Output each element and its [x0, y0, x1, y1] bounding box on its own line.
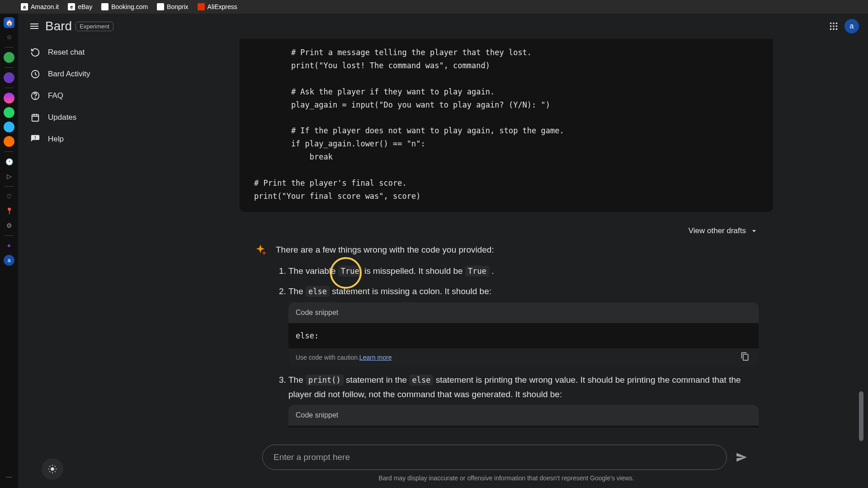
svg-point-3 [830, 25, 832, 27]
view-drafts-button[interactable]: View other drafts [689, 226, 759, 235]
feedback-icon [30, 134, 41, 145]
profile-avatar[interactable]: a [843, 17, 861, 35]
main-content: # Print a message telling the player tha… [145, 39, 868, 488]
menu-button[interactable] [25, 17, 43, 35]
dock-clock-icon[interactable]: 🕐 [4, 156, 14, 167]
dock-sparkle-icon[interactable]: ✦ [4, 240, 14, 251]
svg-point-7 [833, 28, 835, 30]
inline-code: else [409, 375, 433, 385]
bookmark-aliexpress[interactable]: AliExpress [198, 3, 237, 10]
calendar-icon [30, 112, 41, 123]
learn-more-link[interactable]: Learn more [359, 352, 392, 363]
dock-messenger-icon[interactable] [4, 93, 14, 103]
inline-code: True [465, 266, 489, 277]
sidebar-label: Reset chat [48, 48, 85, 57]
google-apps-button[interactable] [825, 17, 843, 35]
bard-spark-icon [254, 244, 267, 256]
reset-icon [30, 47, 41, 58]
send-button[interactable] [732, 448, 750, 466]
svg-point-4 [833, 25, 835, 27]
sidebar-label: FAQ [48, 91, 63, 100]
svg-point-5 [836, 25, 838, 27]
sidebar-help[interactable]: Help [24, 129, 139, 149]
help-icon [30, 90, 41, 101]
dock-settings-icon[interactable]: ⚙ [4, 220, 14, 231]
sidebar-label: Help [48, 135, 64, 144]
dock-pin-icon[interactable]: 📍 [4, 206, 14, 216]
inline-code: True [338, 266, 362, 277]
dock-more-icon[interactable]: ⋯ [4, 472, 14, 483]
snippet-header: Code snippet [288, 405, 759, 426]
app-logo[interactable]: Bard [45, 19, 72, 33]
list-item: The else statement is missing a colon. I… [288, 284, 759, 366]
svg-rect-12 [32, 115, 39, 122]
bookmark-amazon[interactable]: aAmazon.it [21, 3, 59, 10]
response-block: View other drafts There are a few things… [240, 223, 773, 427]
response-intro: There are a few things wrong with the co… [276, 243, 759, 257]
dock-heart-icon[interactable]: ♡ [4, 191, 14, 202]
snippet-code: else: [288, 323, 759, 348]
dock-app3-icon[interactable] [4, 136, 14, 147]
code-snippet: Code snippet print("You did not follow t… [288, 405, 759, 427]
svg-point-1 [833, 23, 835, 24]
list-item: The print() statement in the else statem… [288, 373, 759, 427]
sidebar-label: Bard Activity [48, 70, 90, 79]
history-icon [30, 69, 41, 80]
svg-point-11 [35, 98, 36, 98]
inline-code: else [306, 286, 330, 297]
code-snippet: Code snippet else: Use code with caution… [288, 302, 759, 366]
dock-whatsapp-icon[interactable] [4, 107, 14, 118]
sidebar: Reset chat Bard Activity FAQ Updates Hel… [18, 39, 145, 488]
scrollbar-thumb[interactable] [859, 391, 863, 441]
user-code-block: # Print a message telling the player tha… [240, 39, 773, 212]
send-icon [736, 451, 747, 463]
sidebar-updates[interactable]: Updates [24, 108, 139, 127]
snippet-footer: Use code with caution. Learn more [288, 348, 759, 366]
input-area: Bard may display inaccurate or offensive… [262, 445, 750, 482]
svg-point-13 [51, 467, 54, 470]
experiment-badge: Experiment [75, 22, 113, 31]
svg-point-2 [836, 23, 838, 24]
inline-code: print() [306, 375, 344, 385]
dock-telegram-icon[interactable] [4, 122, 14, 132]
dock-app1-icon[interactable] [4, 52, 14, 63]
sidebar-faq[interactable]: FAQ [24, 86, 139, 106]
dock-avatar-icon[interactable]: a [4, 255, 14, 266]
apps-grid-icon [829, 21, 839, 31]
theme-toggle[interactable] [42, 458, 63, 480]
svg-point-6 [830, 28, 832, 30]
chevron-down-icon [750, 226, 759, 235]
dock-send-icon[interactable]: ▷ [4, 171, 14, 182]
bookmark-bonprix[interactable]: Bonprix [157, 3, 188, 10]
prompt-input-container[interactable] [262, 445, 727, 470]
list-item: The variable True is misspelled. It shou… [288, 264, 759, 278]
sun-icon [47, 464, 57, 474]
svg-point-8 [836, 28, 838, 30]
dock-star-icon[interactable]: ☆ [4, 32, 14, 42]
app-header: Bard Experiment a [18, 14, 868, 39]
sidebar-label: Updates [48, 113, 76, 122]
vertical-dock: 🏠 ☆ 🕐 ▷ ♡ 📍 ⚙ ✦ a ⋯ [0, 14, 18, 488]
disclaimer-text: Bard may display inaccurate or offensive… [378, 474, 634, 482]
bookmark-booking[interactable]: Booking.com [101, 3, 148, 10]
prompt-input[interactable] [274, 452, 716, 462]
sidebar-activity[interactable]: Bard Activity [24, 64, 139, 84]
copy-button[interactable] [741, 352, 751, 363]
snippet-code: print("You did not follow the command! T… [288, 426, 759, 427]
hamburger-icon [29, 21, 40, 32]
dock-app2-icon[interactable] [4, 72, 14, 83]
sidebar-reset-chat[interactable]: Reset chat [24, 42, 139, 62]
bookmark-ebay[interactable]: eeBay [68, 3, 92, 10]
dock-home-icon[interactable]: 🏠 [4, 17, 14, 28]
browser-bookmarks-bar: aAmazon.it eeBay Booking.com Bonprix Ali… [0, 0, 868, 14]
snippet-header: Code snippet [288, 302, 759, 323]
svg-point-0 [830, 23, 832, 24]
